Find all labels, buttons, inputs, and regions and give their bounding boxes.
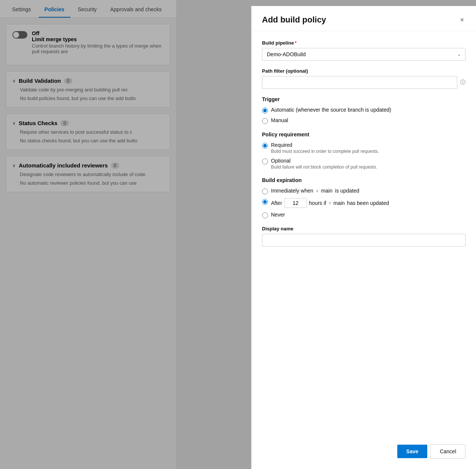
policy-optional-item: Optional Build failure will not block co… — [262, 158, 466, 170]
policy-required-label: Required — [271, 142, 292, 148]
trigger-manual-radio[interactable] — [262, 118, 268, 124]
policy-optional-radio[interactable] — [262, 158, 268, 164]
trigger-automatic-radio[interactable] — [262, 108, 268, 114]
build-pipeline-group: Build pipeline* Demo-ADOBuild ⌄ — [262, 40, 466, 61]
modal-footer: Save Cancel — [251, 438, 476, 469]
cancel-button[interactable]: Cancel — [430, 444, 466, 459]
add-build-policy-modal: Add build policy × Build pipeline* Demo-… — [251, 6, 476, 469]
path-filter-info-icon[interactable]: ⓘ — [460, 79, 466, 86]
trigger-group: Trigger Automatic (whenever the source b… — [262, 96, 466, 124]
display-name-group: Display name — [262, 226, 466, 246]
policy-optional-sub: Build failure will not block completion … — [271, 164, 377, 170]
expiration-never-label: Never — [271, 212, 285, 218]
policy-requirement-radio-group: Required Build must succeed in order to … — [262, 142, 466, 170]
trigger-manual-label: Manual — [271, 117, 288, 123]
path-filter-label: Path filter (optional) — [262, 68, 466, 74]
policy-requirement-label: Policy requirement — [262, 131, 466, 137]
expiration-after-item: After hours if ⑂ main has been updated — [262, 198, 466, 208]
expiration-after-radio[interactable] — [262, 199, 268, 205]
expiration-immediately-radio[interactable] — [262, 188, 268, 194]
build-pipeline-select[interactable]: Demo-ADOBuild — [262, 48, 466, 61]
build-pipeline-select-wrapper: Demo-ADOBuild ⌄ — [262, 48, 466, 61]
display-name-label: Display name — [262, 226, 466, 232]
policy-required-sub: Build must succeed in order to complete … — [271, 149, 379, 154]
close-button[interactable]: × — [458, 15, 466, 25]
path-filter-input[interactable] — [262, 76, 457, 89]
trigger-automatic-item: Automatic (whenever the source branch is… — [262, 107, 466, 114]
modal-body: Build pipeline* Demo-ADOBuild ⌄ Path fil… — [251, 31, 476, 438]
policy-required-item: Required Build must succeed in order to … — [262, 142, 466, 154]
expiration-never-item: Never — [262, 212, 466, 218]
expiration-immediately-label: Immediately when ⑂ main is updated — [271, 188, 359, 194]
expiration-after-label: After hours if ⑂ main has been updated — [271, 198, 389, 208]
expiration-immediately-item: Immediately when ⑂ main is updated — [262, 188, 466, 194]
expiration-after-branch-icon: ⑂ — [329, 201, 331, 205]
modal-header: Add build policy × — [251, 6, 476, 31]
expiration-immediately-branch-icon: ⑂ — [316, 189, 319, 193]
trigger-label: Trigger — [262, 96, 466, 102]
build-expiration-group: Build expiration Immediately when ⑂ main… — [262, 177, 466, 218]
build-pipeline-label: Build pipeline* — [262, 40, 466, 46]
path-filter-group: Path filter (optional) ⓘ — [262, 68, 466, 89]
policy-optional-label: Optional — [271, 158, 290, 164]
build-expiration-label: Build expiration — [262, 177, 466, 183]
expiration-hours-input[interactable] — [284, 198, 307, 208]
expiration-never-radio[interactable] — [262, 212, 268, 218]
save-button[interactable]: Save — [397, 445, 428, 458]
modal-title: Add build policy — [262, 15, 326, 25]
trigger-radio-group: Automatic (whenever the source branch is… — [262, 107, 466, 124]
policy-requirement-group: Policy requirement Required Build must s… — [262, 131, 466, 170]
trigger-manual-item: Manual — [262, 117, 466, 124]
trigger-automatic-label: Automatic (whenever the source branch is… — [271, 107, 391, 113]
display-name-input[interactable] — [262, 234, 466, 246]
build-expiration-radio-group: Immediately when ⑂ main is updated After… — [262, 188, 466, 218]
policy-required-radio[interactable] — [262, 143, 268, 149]
